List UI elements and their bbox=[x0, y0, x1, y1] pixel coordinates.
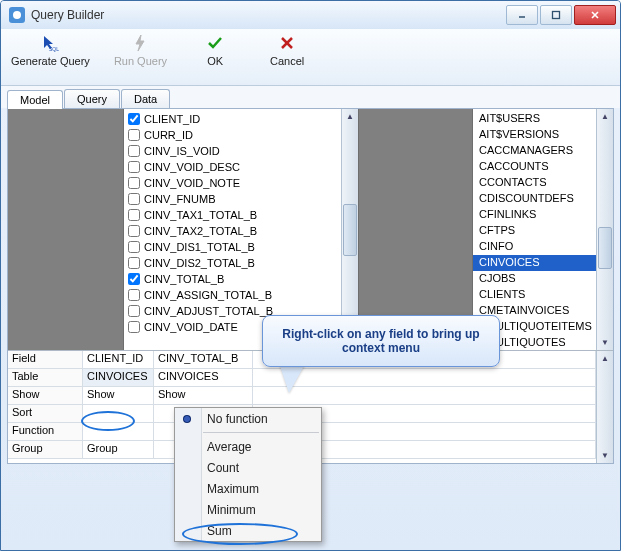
ok-button[interactable]: OK bbox=[191, 33, 239, 67]
toolbar: SQL Generate Query Run Query OK Cancel bbox=[1, 29, 620, 86]
help-callout: Right-click on any field to bring up con… bbox=[262, 315, 500, 367]
close-button[interactable] bbox=[574, 5, 616, 25]
field-checkbox[interactable] bbox=[128, 225, 140, 237]
titlebar[interactable]: Query Builder bbox=[1, 1, 620, 29]
tab-data[interactable]: Data bbox=[121, 89, 170, 108]
minimize-button[interactable] bbox=[506, 5, 538, 25]
field-item[interactable]: CURR_ID bbox=[124, 127, 341, 143]
table-item[interactable]: AIT$USERS bbox=[473, 111, 596, 127]
grid-cell[interactable]: CLIENT_ID bbox=[83, 351, 154, 368]
check-icon bbox=[205, 33, 225, 53]
table-item[interactable]: CFINLINKS bbox=[473, 207, 596, 223]
context-menu-item[interactable]: Maximum bbox=[175, 478, 321, 499]
grid-row-header: Table bbox=[8, 369, 83, 386]
grid-cell[interactable]: Group bbox=[83, 441, 154, 458]
svg-rect-2 bbox=[553, 12, 560, 19]
context-menu-item[interactable]: Count bbox=[175, 457, 321, 478]
field-label: CINV_FNUMB bbox=[144, 193, 216, 205]
field-checkbox[interactable] bbox=[128, 321, 140, 333]
field-item[interactable]: CINV_FNUMB bbox=[124, 191, 341, 207]
field-checkbox[interactable] bbox=[128, 161, 140, 173]
table-item[interactable]: CINFO bbox=[473, 239, 596, 255]
field-checkbox[interactable] bbox=[128, 129, 140, 141]
context-menu-item[interactable]: Sum bbox=[175, 520, 321, 541]
grid-cell[interactable]: CINV_TOTAL_B bbox=[154, 351, 253, 368]
field-list-panel: CLIENT_IDCURR_IDCINV_IS_VOIDCINV_VOID_DE… bbox=[124, 109, 358, 350]
grid-cell[interactable]: CINVOICES bbox=[154, 369, 253, 386]
field-checkbox[interactable] bbox=[128, 193, 140, 205]
field-item[interactable]: CINV_TOTAL_B bbox=[124, 271, 341, 287]
field-label: CINV_VOID_DATE bbox=[144, 321, 238, 333]
field-item[interactable]: CINV_DIS1_TOTAL_B bbox=[124, 239, 341, 255]
context-menu-separator bbox=[203, 432, 319, 433]
grid-row-header: Show bbox=[8, 387, 83, 404]
scroll-down-icon[interactable]: ▼ bbox=[598, 335, 613, 350]
grid-cell[interactable]: CINVOICES bbox=[83, 369, 154, 386]
table-item[interactable]: CCONTACTS bbox=[473, 175, 596, 191]
aggregate-context-menu[interactable]: No functionAverageCountMaximumMinimumSum bbox=[174, 407, 322, 542]
grid-cell[interactable]: Show bbox=[83, 387, 154, 404]
field-checkbox[interactable] bbox=[128, 209, 140, 221]
grid-cell[interactable] bbox=[83, 405, 154, 422]
table-item[interactable]: CJOBS bbox=[473, 271, 596, 287]
table-list[interactable]: AIT$USERSAIT$VERSIONSCACCMANAGERSCACCOUN… bbox=[473, 109, 596, 350]
table-item[interactable]: AIT$VERSIONS bbox=[473, 127, 596, 143]
svg-point-0 bbox=[13, 11, 21, 19]
scroll-up-icon[interactable]: ▲ bbox=[598, 109, 613, 124]
field-scrollbar[interactable]: ▲ ▼ bbox=[341, 109, 358, 350]
field-checkbox[interactable] bbox=[128, 113, 140, 125]
context-menu-item[interactable]: Minimum bbox=[175, 499, 321, 520]
field-item[interactable]: CINV_TAX2_TOTAL_B bbox=[124, 223, 341, 239]
diagram-panel-left[interactable] bbox=[8, 109, 124, 350]
table-item[interactable]: CFTPS bbox=[473, 223, 596, 239]
field-item[interactable]: CINV_DIS2_TOTAL_B bbox=[124, 255, 341, 271]
scroll-up-icon[interactable]: ▲ bbox=[598, 351, 613, 366]
cancel-button[interactable]: Cancel bbox=[263, 33, 311, 67]
field-label: CINV_DIS2_TOTAL_B bbox=[144, 257, 255, 269]
tab-query[interactable]: Query bbox=[64, 89, 120, 108]
maximize-button[interactable] bbox=[540, 5, 572, 25]
diagram-panel-right[interactable] bbox=[358, 109, 472, 350]
table-item[interactable]: CACCMANAGERS bbox=[473, 143, 596, 159]
field-checkbox[interactable] bbox=[128, 305, 140, 317]
field-list[interactable]: CLIENT_IDCURR_IDCINV_IS_VOIDCINV_VOID_DE… bbox=[124, 109, 341, 350]
field-label: CINV_TOTAL_B bbox=[144, 273, 224, 285]
scroll-thumb[interactable] bbox=[343, 204, 357, 256]
context-menu-item[interactable]: No function bbox=[175, 408, 321, 429]
field-item[interactable]: CINV_VOID_DESC bbox=[124, 159, 341, 175]
grid-row-header: Sort bbox=[8, 405, 83, 422]
context-menu-item[interactable]: Average bbox=[175, 436, 321, 457]
field-checkbox[interactable] bbox=[128, 273, 140, 285]
table-item[interactable]: CACCOUNTS bbox=[473, 159, 596, 175]
grid-scrollbar[interactable]: ▲ ▼ bbox=[596, 351, 613, 463]
table-item[interactable]: CDISCOUNTDEFS bbox=[473, 191, 596, 207]
field-label: CINV_TAX1_TOTAL_B bbox=[144, 209, 257, 221]
grid-cell[interactable] bbox=[83, 423, 154, 440]
field-checkbox[interactable] bbox=[128, 257, 140, 269]
field-label: CINV_VOID_DESC bbox=[144, 161, 240, 173]
field-checkbox[interactable] bbox=[128, 177, 140, 189]
table-item[interactable]: CINVOICES bbox=[473, 255, 596, 271]
field-label: CINV_DIS1_TOTAL_B bbox=[144, 241, 255, 253]
window-title: Query Builder bbox=[31, 8, 506, 22]
table-scrollbar[interactable]: ▲ ▼ bbox=[596, 109, 613, 350]
field-item[interactable]: CLIENT_ID bbox=[124, 111, 341, 127]
cross-icon bbox=[277, 33, 297, 53]
field-item[interactable]: CINV_VOID_NOTE bbox=[124, 175, 341, 191]
field-item[interactable]: CINV_ASSIGN_TOTAL_B bbox=[124, 287, 341, 303]
scroll-down-icon[interactable]: ▼ bbox=[598, 448, 613, 463]
generate-query-button[interactable]: SQL Generate Query bbox=[11, 33, 90, 67]
tab-bar: Model Query Data bbox=[1, 86, 620, 108]
grid-cell[interactable]: Show bbox=[154, 387, 253, 404]
tab-model[interactable]: Model bbox=[7, 90, 63, 109]
field-checkbox[interactable] bbox=[128, 145, 140, 157]
field-label: CINV_ASSIGN_TOTAL_B bbox=[144, 289, 272, 301]
field-label: CINV_VOID_NOTE bbox=[144, 177, 240, 189]
field-item[interactable]: CINV_TAX1_TOTAL_B bbox=[124, 207, 341, 223]
scroll-up-icon[interactable]: ▲ bbox=[343, 109, 358, 124]
table-item[interactable]: CLIENTS bbox=[473, 287, 596, 303]
field-checkbox[interactable] bbox=[128, 241, 140, 253]
field-item[interactable]: CINV_IS_VOID bbox=[124, 143, 341, 159]
field-checkbox[interactable] bbox=[128, 289, 140, 301]
scroll-thumb[interactable] bbox=[598, 227, 612, 269]
